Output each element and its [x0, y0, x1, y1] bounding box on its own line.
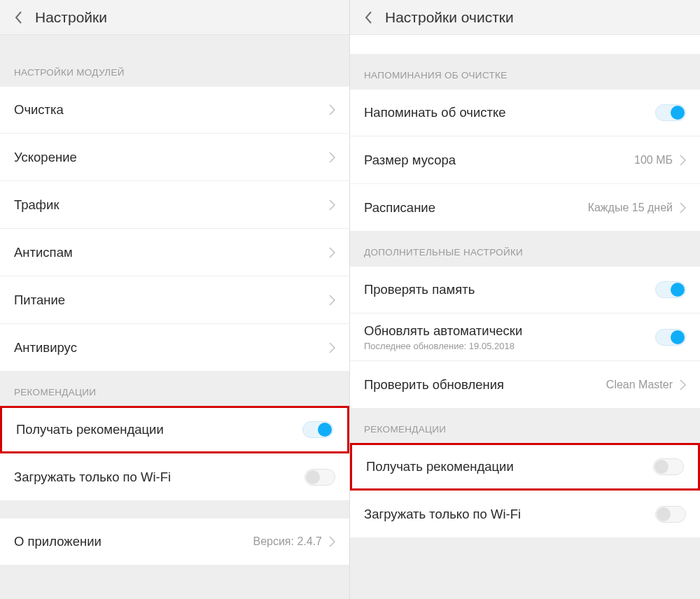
toggle-receive-recommendations[interactable] [653, 458, 684, 475]
row-check-memory[interactable]: Проверять память [350, 266, 700, 313]
chevron-right-icon [329, 247, 335, 258]
row-auto-update[interactable]: Обновлять автоматически Последнее обновл… [350, 313, 700, 361]
row-schedule[interactable]: Расписание Каждые 15 дней [350, 184, 700, 232]
row-label: Размер мусора [364, 153, 634, 168]
page-title: Настройки очистки [385, 9, 514, 26]
row-about[interactable]: О приложении Версия: 2.4.7 [0, 518, 349, 565]
chevron-right-icon [329, 152, 335, 163]
row-label: Получать рекомендации [366, 459, 653, 474]
toggle-wifi-only[interactable] [304, 469, 335, 486]
chevron-right-icon [680, 379, 686, 390]
section-header-extra: ДОПОЛНИТЕЛЬНЫЕ НАСТРОЙКИ [350, 232, 700, 266]
row-trash-size[interactable]: Размер мусора 100 МБ [350, 136, 700, 184]
row-label: Ускорение [14, 150, 329, 165]
row-antivirus[interactable]: Антивирус [0, 324, 349, 372]
toggle-check-memory[interactable] [655, 281, 686, 298]
row-cleanup[interactable]: Очистка [0, 86, 349, 134]
row-label: О приложении [14, 534, 253, 549]
row-label: Расписание [364, 200, 588, 216]
settings-screen: Настройки НАСТРОЙКИ МОДУЛЕЙ Очистка Уско… [0, 0, 350, 599]
toggle-knob [306, 470, 320, 484]
section-header-recommendations: РЕКОМЕНДАЦИИ [0, 372, 349, 406]
row-label: Обновлять автоматически [364, 323, 655, 339]
toggle-wifi-only[interactable] [655, 506, 686, 523]
back-button[interactable] [14, 10, 22, 24]
chevron-right-icon [329, 104, 335, 115]
row-antispam[interactable]: Антиспам [0, 229, 349, 276]
section-header-recommendations: РЕКОМЕНДАЦИИ [350, 409, 700, 443]
row-wifi-only[interactable]: Загружать только по Wi-Fi [350, 491, 700, 538]
row-value: Каждые 15 дней [588, 202, 673, 214]
toggle-knob [657, 507, 671, 521]
toggle-auto-update[interactable] [655, 329, 686, 346]
row-remind-cleanup[interactable]: Напоминать об очистке [350, 89, 700, 136]
toggle-knob [671, 106, 685, 120]
row-label: Трафик [14, 197, 329, 213]
row-boost[interactable]: Ускорение [0, 134, 349, 181]
chevron-right-icon [329, 199, 335, 211]
back-button[interactable] [364, 10, 372, 24]
row-label: Напоминать об очистке [364, 105, 655, 120]
row-label: Загружать только по Wi-Fi [364, 507, 655, 522]
row-value: Clean Master [606, 379, 673, 391]
row-traffic[interactable]: Трафик [0, 181, 349, 229]
row-receive-recommendations[interactable]: Получать рекомендации [350, 443, 700, 491]
chevron-right-icon [329, 536, 335, 547]
row-label: Антиспам [14, 245, 329, 260]
row-label: Питание [14, 293, 329, 308]
chevron-right-icon [680, 202, 686, 213]
row-wifi-only[interactable]: Загружать только по Wi-Fi [0, 453, 349, 501]
row-label: Загружать только по Wi-Fi [14, 470, 304, 485]
spacer [0, 35, 349, 52]
header-bar: Настройки [0, 0, 349, 35]
chevron-left-icon [14, 10, 22, 24]
toggle-knob [671, 283, 685, 297]
version-text: Версия: 2.4.7 [253, 535, 322, 548]
partial-row [350, 35, 700, 55]
row-label: Получать рекомендации [16, 422, 302, 437]
section-header-reminders: НАПОМИНАНИЯ ОБ ОЧИСТКЕ [350, 55, 700, 89]
row-labels: Обновлять автоматически Последнее обновл… [364, 316, 655, 358]
row-value: 100 МБ [634, 154, 673, 167]
toggle-knob [654, 460, 668, 474]
chevron-right-icon [329, 295, 335, 306]
spacer [0, 501, 349, 518]
row-sublabel: Последнее обновление: 19.05.2018 [364, 341, 655, 351]
toggle-remind-cleanup[interactable] [655, 104, 686, 121]
chevron-right-icon [680, 155, 686, 166]
toggle-knob [671, 330, 685, 344]
chevron-left-icon [364, 10, 372, 24]
row-label: Проверять память [364, 282, 655, 297]
toggle-knob [318, 423, 332, 437]
section-header-modules: НАСТРОЙКИ МОДУЛЕЙ [0, 52, 349, 86]
row-receive-recommendations[interactable]: Получать рекомендации [0, 406, 349, 453]
row-label: Антивирус [14, 340, 329, 355]
header-bar: Настройки очистки [350, 0, 700, 35]
row-label: Очистка [14, 102, 329, 118]
cleanup-settings-screen: Настройки очистки НАПОМИНАНИЯ ОБ ОЧИСТКЕ… [350, 0, 700, 599]
row-power[interactable]: Питание [0, 276, 349, 324]
page-title: Настройки [35, 9, 107, 26]
row-check-updates[interactable]: Проверить обновления Clean Master [350, 361, 700, 409]
row-label: Проверить обновления [364, 377, 606, 393]
chevron-right-icon [329, 342, 335, 353]
toggle-receive-recommendations[interactable] [302, 421, 333, 438]
